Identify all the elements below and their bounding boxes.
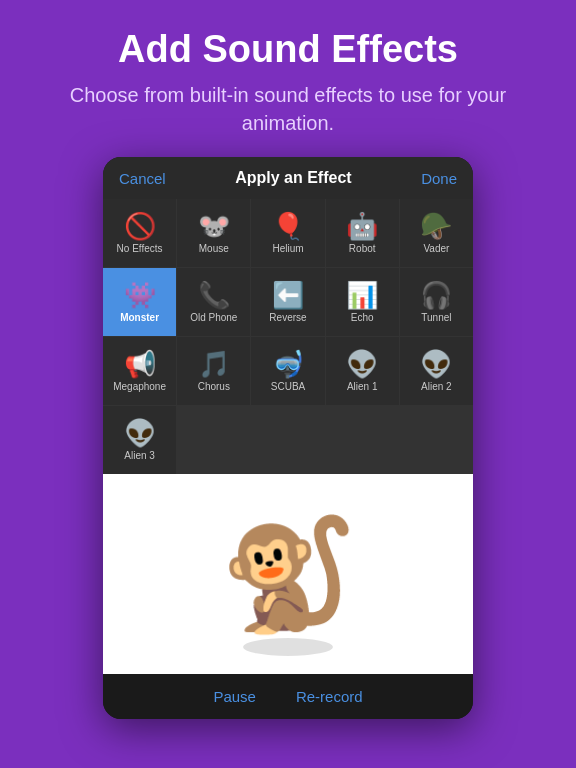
megaphone-icon: 📢 [124, 351, 156, 377]
header-section: Add Sound Effects Choose from built-in s… [0, 0, 576, 157]
effect-cell-scuba[interactable]: 🤿SCUBA [251, 337, 324, 405]
effect-cell-alien2[interactable]: 👽Alien 2 [400, 337, 473, 405]
alien3-icon: 👽 [124, 420, 156, 446]
reverse-icon: ⬅️ [272, 282, 304, 308]
tunnel-label: Tunnel [421, 312, 451, 323]
effect-cell-helium[interactable]: 🎈Helium [251, 199, 324, 267]
pause-button[interactable]: Pause [213, 688, 256, 705]
effect-cell-tunnel[interactable]: 🎧Tunnel [400, 268, 473, 336]
old-phone-icon: 📞 [198, 282, 230, 308]
effect-cell-chorus[interactable]: 🎵Chorus [177, 337, 250, 405]
mouse-label: Mouse [199, 243, 229, 254]
phone-footer: Pause Re-record [103, 674, 473, 719]
megaphone-label: Megaphone [113, 381, 166, 392]
effect-cell-old-phone[interactable]: 📞Old Phone [177, 268, 250, 336]
old-phone-label: Old Phone [190, 312, 237, 323]
effect-cell-mouse[interactable]: 🐭Mouse [177, 199, 250, 267]
alien1-icon: 👽 [346, 351, 378, 377]
effect-cell-no-effects[interactable]: 🚫No Effects [103, 199, 176, 267]
effects-grid: 🚫No Effects🐭Mouse🎈Helium🤖Robot🪖Vader👾Mon… [103, 199, 473, 474]
scuba-label: SCUBA [271, 381, 305, 392]
no-effects-label: No Effects [117, 243, 163, 254]
alien2-label: Alien 2 [421, 381, 452, 392]
alien1-label: Alien 1 [347, 381, 378, 392]
phone-nav-bar: Cancel Apply an Effect Done [103, 157, 473, 199]
effect-cell-reverse[interactable]: ⬅️Reverse [251, 268, 324, 336]
mouse-icon: 🐭 [198, 213, 230, 239]
nav-title: Apply an Effect [235, 169, 351, 187]
scuba-icon: 🤿 [272, 351, 304, 377]
animation-preview: 🐒 [103, 474, 473, 674]
effect-cell-monster[interactable]: 👾Monster [103, 268, 176, 336]
monkey-character: 🐒 [220, 519, 357, 629]
vader-icon: 🪖 [420, 213, 452, 239]
effect-cell-robot[interactable]: 🤖Robot [326, 199, 399, 267]
cancel-button[interactable]: Cancel [119, 170, 166, 187]
alien2-icon: 👽 [420, 351, 452, 377]
monster-icon: 👾 [124, 282, 156, 308]
effect-cell-megaphone[interactable]: 📢Megaphone [103, 337, 176, 405]
reverse-label: Reverse [269, 312, 306, 323]
no-effects-icon: 🚫 [124, 213, 156, 239]
helium-label: Helium [272, 243, 303, 254]
chorus-label: Chorus [198, 381, 230, 392]
alien3-label: Alien 3 [124, 450, 155, 461]
echo-icon: 📊 [346, 282, 378, 308]
done-button[interactable]: Done [421, 170, 457, 187]
effect-cell-echo[interactable]: 📊Echo [326, 268, 399, 336]
vader-label: Vader [423, 243, 449, 254]
effect-cell-alien3[interactable]: 👽Alien 3 [103, 406, 176, 474]
helium-icon: 🎈 [272, 213, 304, 239]
chorus-icon: 🎵 [198, 351, 230, 377]
phone-container: Cancel Apply an Effect Done 🚫No Effects🐭… [103, 157, 473, 719]
robot-icon: 🤖 [346, 213, 378, 239]
effect-cell-vader[interactable]: 🪖Vader [400, 199, 473, 267]
echo-label: Echo [351, 312, 374, 323]
effect-cell-alien1[interactable]: 👽Alien 1 [326, 337, 399, 405]
shadow-ellipse [243, 638, 333, 656]
robot-label: Robot [349, 243, 376, 254]
page-subtitle: Choose from built-in sound effects to us… [40, 81, 536, 137]
monster-label: Monster [120, 312, 159, 323]
page-title: Add Sound Effects [40, 28, 536, 71]
rerecord-button[interactable]: Re-record [296, 688, 363, 705]
tunnel-icon: 🎧 [420, 282, 452, 308]
